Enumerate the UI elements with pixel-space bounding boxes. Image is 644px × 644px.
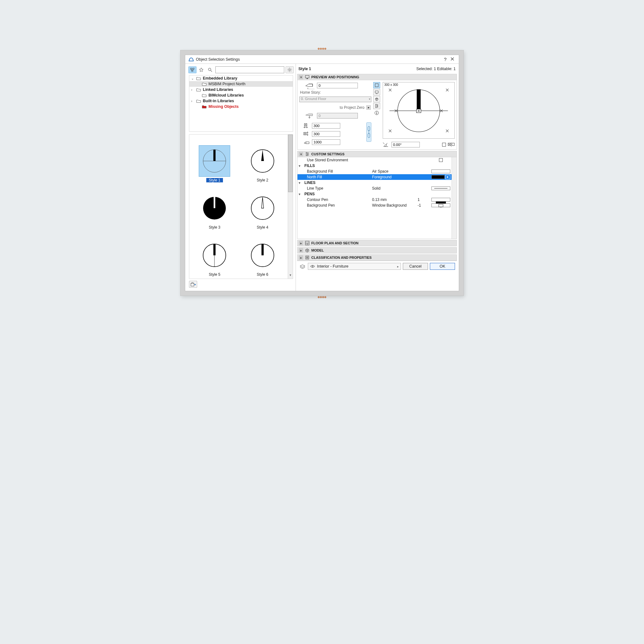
elevation-bottom-icon <box>303 113 315 119</box>
object-selection-dialog: Object Selection Settings ? <box>185 55 459 291</box>
browse-library-button[interactable] <box>188 66 197 73</box>
row-contour-pen[interactable]: Contour Pen 0.13 mm 1 <box>297 197 457 203</box>
plan-view-button[interactable] <box>373 82 380 88</box>
home-story-combo[interactable]: 0. Ground Floor ▾ <box>299 97 371 102</box>
grid-scrollbar[interactable]: ▲ ▼ <box>288 135 293 279</box>
width-icon <box>303 123 310 129</box>
svg-rect-1 <box>191 68 192 69</box>
use-env-row[interactable]: Use Stored Environment <box>297 157 457 163</box>
gear-icon <box>287 68 292 72</box>
chevron-right-icon: ▸ <box>397 265 399 268</box>
dim-depth-input[interactable] <box>312 139 340 145</box>
row-bg-fill[interactable]: Background Fill Air Space <box>297 169 457 174</box>
dim-height-input[interactable] <box>312 131 340 137</box>
section-model[interactable]: ▸ MODEL <box>297 247 457 253</box>
svg-rect-69 <box>417 89 420 111</box>
svg-point-85 <box>307 155 308 156</box>
home-story-label: Home Story: <box>299 90 371 95</box>
style-thumbnail[interactable]: Style 6 <box>239 231 286 277</box>
cube-icon <box>305 248 309 253</box>
svg-rect-20 <box>214 197 215 208</box>
line-type-preview[interactable] <box>431 186 450 190</box>
group-fills[interactable]: ▾ FILLS <box>297 163 457 169</box>
svg-line-11 <box>288 68 289 69</box>
group-lines[interactable]: ▾ LINES <box>297 180 457 186</box>
group-pens[interactable]: ▾ PENS <box>297 191 457 197</box>
front-view-button[interactable] <box>373 89 380 95</box>
mirror-checkbox[interactable] <box>442 143 446 147</box>
tree-item[interactable]: ›Built-in Libraries <box>189 98 293 104</box>
plan-icon <box>305 241 309 245</box>
right-panel: Style 1 Selected: 1 Editable: 1 ▾ PREVIE… <box>296 64 459 291</box>
north-fill-swatch[interactable] <box>431 175 445 179</box>
layers-icon <box>299 264 306 269</box>
tree-item[interactable]: Missing Objects <box>189 104 293 109</box>
style-thumbnail[interactable]: Style 3 <box>191 184 238 230</box>
info-icon <box>375 111 379 115</box>
angle-icon <box>383 142 390 147</box>
north-fill-picker-button[interactable] <box>445 175 450 179</box>
3d-view-button[interactable] <box>373 96 380 102</box>
library-manager-button[interactable] <box>189 281 197 288</box>
style-thumbnail[interactable]: Style 1 <box>191 136 238 182</box>
contour-pen-swatch[interactable] <box>431 198 450 202</box>
square-icon <box>375 83 379 87</box>
close-button[interactable] <box>449 57 456 62</box>
settings-button[interactable] <box>286 66 294 73</box>
library-icon <box>190 282 196 287</box>
bg-fill-swatch[interactable] <box>431 169 450 173</box>
preview-viewport[interactable]: 300 x 300 <box>383 82 455 139</box>
search-button[interactable] <box>206 66 214 73</box>
chevron-right-icon: ▸ <box>299 255 303 260</box>
bg-pen-swatch[interactable] <box>431 203 450 207</box>
folder-icon <box>202 105 207 108</box>
use-env-checkbox[interactable] <box>439 158 443 162</box>
svg-point-83 <box>308 154 308 155</box>
cancel-button[interactable]: Cancel <box>403 263 428 270</box>
section-preview-header[interactable]: ▾ PREVIEW AND POSITIONING <box>297 74 457 80</box>
section-view-button[interactable] <box>373 103 380 109</box>
tree-item[interactable]: BIMcloud Libraries <box>189 92 293 98</box>
thumbnail-grid-wrap: Style 1Style 2Style 3Style 4Style 5Style… <box>189 134 293 279</box>
row-bg-pen[interactable]: Background Pen Window Background -1 <box>297 203 457 208</box>
row-line-type[interactable]: Line Type Solid <box>297 186 457 191</box>
section-preview-label: PREVIEW AND POSITIONING <box>311 75 359 79</box>
eye-icon <box>310 264 315 268</box>
preview-section: Home Story: 0. Ground Floor ▾ to Project… <box>297 80 457 150</box>
tree-item[interactable]: MSBIM Project North <box>189 81 293 87</box>
search-input[interactable] <box>215 66 284 73</box>
sliders-icon <box>305 152 309 156</box>
section-classification[interactable]: ▸ CLASSIFICATION AND PROPERTIES <box>297 254 457 261</box>
help-button[interactable]: ? <box>442 57 449 62</box>
cube-icon <box>375 97 379 101</box>
svg-point-4 <box>208 68 211 71</box>
star-icon <box>199 68 203 72</box>
angle-input[interactable] <box>391 142 420 147</box>
link-dimensions-toggle[interactable] <box>366 122 371 142</box>
section-custom-header[interactable]: ▾ CUSTOM SETTINGS <box>297 151 457 157</box>
style-thumbnail[interactable]: Style 2 <box>239 136 286 182</box>
tree-item[interactable]: ›Linked Libraries <box>189 87 293 92</box>
z-top-input[interactable] <box>317 83 358 88</box>
right-header: Style 1 Selected: 1 Editable: 1 <box>297 65 457 73</box>
style-thumbnail[interactable]: Style 5 <box>191 231 238 277</box>
style-thumbnail[interactable]: Style 4 <box>239 184 286 230</box>
thumbnail-grid[interactable]: Style 1Style 2Style 3Style 4Style 5Style… <box>189 135 288 279</box>
svg-point-6 <box>289 69 290 70</box>
list-icon <box>305 255 309 260</box>
library-tree[interactable]: ⌄Embedded LibraryMSBIM Project North›Lin… <box>189 75 293 132</box>
custom-scrollbar[interactable] <box>452 157 457 239</box>
section-floor-plan[interactable]: ▸ FLOOR PLAN AND SECTION <box>297 240 457 246</box>
layer-combo[interactable]: Interior - Furniture ▸ <box>308 263 401 270</box>
ok-button[interactable]: OK <box>430 263 455 270</box>
z-bottom-input[interactable] <box>317 113 358 119</box>
mirror-icon <box>448 142 455 147</box>
folder-icon <box>196 88 201 92</box>
dim-width-input[interactable] <box>312 123 340 129</box>
project-zero-button[interactable]: ▸ <box>366 105 371 110</box>
tree-item[interactable]: ⌄Embedded Library <box>189 75 293 81</box>
row-north-fill[interactable]: North Fill Foreground <box>297 174 457 180</box>
favorites-button[interactable] <box>197 66 205 73</box>
info-button[interactable] <box>373 110 380 116</box>
monitor-icon <box>305 75 309 79</box>
